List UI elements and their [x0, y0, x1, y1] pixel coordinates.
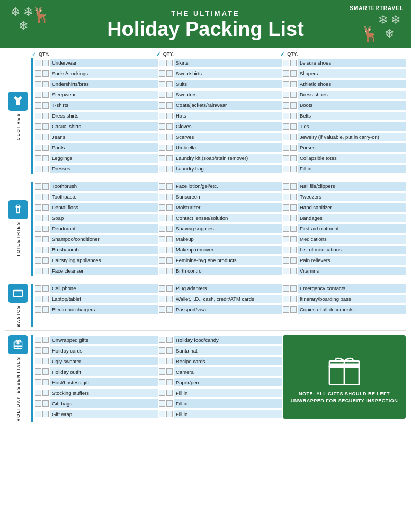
checkbox-2[interactable] — [166, 102, 173, 109]
checkbox-2[interactable] — [290, 102, 297, 109]
checkbox-1[interactable] — [159, 226, 165, 232]
checkbox-2[interactable] — [42, 400, 49, 407]
checkbox-1[interactable] — [159, 337, 165, 343]
checkbox-1[interactable] — [159, 102, 165, 109]
checkbox-1[interactable] — [283, 134, 289, 140]
checkbox-2[interactable] — [290, 60, 297, 66]
checkbox-2[interactable] — [42, 368, 49, 375]
checkbox-1[interactable] — [159, 60, 165, 66]
checkbox-2[interactable] — [42, 257, 49, 264]
checkbox-1[interactable] — [35, 247, 41, 253]
checkbox-2[interactable] — [166, 81, 173, 87]
checkbox-2[interactable] — [290, 194, 297, 200]
checkbox-2[interactable] — [42, 145, 49, 151]
checkbox-2[interactable] — [290, 145, 297, 151]
checkbox-1[interactable] — [35, 347, 41, 354]
checkbox-2[interactable] — [42, 411, 49, 417]
checkbox-1[interactable] — [159, 411, 165, 417]
checkbox-2[interactable] — [166, 358, 173, 364]
checkbox-1[interactable] — [159, 358, 165, 364]
checkbox-1[interactable] — [283, 166, 289, 172]
checkbox-1[interactable] — [35, 257, 41, 264]
checkbox-1[interactable] — [283, 204, 289, 211]
checkbox-2[interactable] — [166, 70, 173, 77]
checkbox-1[interactable] — [283, 247, 289, 253]
checkbox-1[interactable] — [283, 81, 289, 87]
checkbox-2[interactable] — [166, 183, 173, 190]
checkbox-2[interactable] — [166, 92, 173, 98]
checkbox-2[interactable] — [42, 226, 49, 232]
checkbox-1[interactable] — [35, 411, 41, 417]
checkbox-2[interactable] — [290, 204, 297, 211]
checkbox-1[interactable] — [159, 400, 165, 407]
checkbox-1[interactable] — [159, 296, 165, 302]
checkbox-2[interactable] — [42, 166, 49, 172]
checkbox-1[interactable] — [159, 70, 165, 77]
checkbox-1[interactable] — [35, 113, 41, 119]
checkbox-1[interactable] — [159, 247, 165, 253]
checkbox-1[interactable] — [283, 257, 289, 264]
checkbox-2[interactable] — [166, 368, 173, 375]
checkbox-1[interactable] — [283, 145, 289, 151]
checkbox-1[interactable] — [35, 296, 41, 302]
checkbox-1[interactable] — [283, 92, 289, 98]
checkbox-1[interactable] — [159, 204, 165, 211]
checkbox-2[interactable] — [42, 285, 49, 292]
checkbox-2[interactable] — [166, 215, 173, 221]
checkbox-2[interactable] — [166, 347, 173, 354]
checkbox-1[interactable] — [159, 257, 165, 264]
checkbox-1[interactable] — [35, 194, 41, 200]
checkbox-2[interactable] — [42, 134, 49, 140]
checkbox-2[interactable] — [166, 400, 173, 407]
checkbox-2[interactable] — [42, 183, 49, 190]
checkbox-2[interactable] — [166, 60, 173, 66]
checkbox-1[interactable] — [283, 296, 289, 302]
checkbox-2[interactable] — [166, 194, 173, 200]
checkbox-1[interactable] — [283, 102, 289, 109]
checkbox-1[interactable] — [283, 236, 289, 242]
checkbox-1[interactable] — [159, 155, 165, 161]
checkbox-2[interactable] — [166, 296, 173, 302]
checkbox-1[interactable] — [35, 368, 41, 375]
checkbox-2[interactable] — [42, 268, 49, 274]
checkbox-2[interactable] — [166, 285, 173, 292]
checkbox-1[interactable] — [35, 70, 41, 77]
checkbox-2[interactable] — [290, 113, 297, 119]
checkbox-2[interactable] — [290, 268, 297, 274]
checkbox-1[interactable] — [35, 337, 41, 343]
checkbox-2[interactable] — [42, 306, 49, 313]
checkbox-1[interactable] — [159, 285, 165, 292]
checkbox-2[interactable] — [166, 411, 173, 417]
checkbox-1[interactable] — [159, 92, 165, 98]
checkbox-1[interactable] — [159, 123, 165, 130]
checkbox-2[interactable] — [290, 226, 297, 232]
checkbox-2[interactable] — [166, 390, 173, 396]
checkbox-2[interactable] — [290, 257, 297, 264]
checkbox-1[interactable] — [159, 145, 165, 151]
checkbox-2[interactable] — [166, 123, 173, 130]
checkbox-1[interactable] — [283, 194, 289, 200]
checkbox-1[interactable] — [159, 390, 165, 396]
checkbox-2[interactable] — [166, 113, 173, 119]
checkbox-1[interactable] — [283, 183, 289, 190]
checkbox-2[interactable] — [42, 337, 49, 343]
checkbox-1[interactable] — [159, 347, 165, 354]
checkbox-1[interactable] — [35, 285, 41, 292]
checkbox-2[interactable] — [42, 60, 49, 66]
checkbox-2[interactable] — [42, 390, 49, 396]
checkbox-2[interactable] — [42, 113, 49, 119]
checkbox-2[interactable] — [166, 155, 173, 161]
checkbox-1[interactable] — [35, 204, 41, 211]
checkbox-1[interactable] — [283, 306, 289, 313]
checkbox-2[interactable] — [290, 285, 297, 292]
checkbox-2[interactable] — [166, 145, 173, 151]
checkbox-1[interactable] — [159, 113, 165, 119]
checkbox-2[interactable] — [290, 134, 297, 140]
checkbox-1[interactable] — [159, 81, 165, 87]
checkbox-1[interactable] — [35, 102, 41, 109]
checkbox-1[interactable] — [283, 215, 289, 221]
checkbox-2[interactable] — [290, 306, 297, 313]
checkbox-1[interactable] — [283, 113, 289, 119]
checkbox-1[interactable] — [159, 183, 165, 190]
checkbox-2[interactable] — [290, 166, 297, 172]
